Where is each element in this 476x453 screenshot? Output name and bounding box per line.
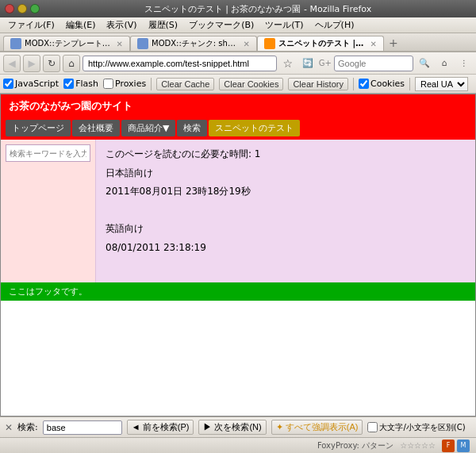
maximize-window-button[interactable] (30, 4, 40, 13)
tabbar: MODX::テンプレート: mytpl ✕ MODX::チャンク: showda… (0, 33, 476, 52)
flash-toggle[interactable]: Flash (63, 79, 98, 89)
site-nav-search[interactable]: 検索 (177, 120, 207, 136)
titlebar: スニペットのテスト | お茶のなかみつ園 - Mozilla Firefox (0, 0, 476, 17)
tab-close-2[interactable]: ✕ (244, 40, 250, 48)
minimize-window-button[interactable] (17, 4, 27, 13)
menu-tools[interactable]: ツール(T) (260, 17, 308, 33)
home-button[interactable]: ⌂ (63, 55, 80, 72)
new-tab-button[interactable]: + (384, 35, 403, 51)
clear-cache-button[interactable]: Clear Cache (156, 78, 214, 90)
javascript-checkbox[interactable] (3, 79, 13, 89)
find-prev-button[interactable]: ◄ 前を検索(P) (127, 420, 194, 435)
site-content: このページを読むのに必要な時間: 1 日本語向け 2011年08月01日 23時… (96, 140, 475, 282)
google-label: G+ (319, 59, 332, 67)
window-controls (5, 4, 40, 13)
site-nav-products[interactable]: 商品紹介▼ (121, 120, 175, 136)
find-case-checkbox[interactable] (367, 422, 378, 432)
statusbar: FoxyProxy: パターン ☆☆☆☆☆ F M (0, 437, 476, 453)
addon-toolbar: JavaScript Flash Proxies Clear Cache Cle… (0, 75, 476, 94)
proxies-checkbox[interactable] (103, 79, 113, 89)
find-next-button[interactable]: ▶ 次を検索(N) (198, 420, 266, 435)
browser-content: お茶のながみつ園のサイト トップページ 会社概要 商品紹介▼ 検索 スニペットの… (0, 94, 476, 417)
addon-icon[interactable]: ⌂ (436, 55, 453, 72)
site-nav-snippet[interactable]: スニペットのテスト (209, 120, 300, 136)
tab-title-1: MODX::テンプレート: mytpl (25, 38, 112, 49)
findbar-close-button[interactable]: ✕ (5, 422, 13, 433)
menu-bookmarks[interactable]: ブックマーク(B) (184, 17, 259, 33)
menu-view[interactable]: 表示(V) (102, 17, 141, 33)
tab-favicon-2 (137, 38, 148, 49)
menu-help[interactable]: ヘルプ(H) (310, 17, 359, 33)
findbar-label: 検索: (17, 421, 38, 433)
menubar: ファイル(F) 編集(E) 表示(V) 履歴(S) ブックマーク(B) ツール(… (0, 17, 476, 33)
content-line-4 (106, 202, 466, 220)
content-line-2: 日本語向け (106, 165, 466, 182)
close-window-button[interactable] (5, 4, 14, 13)
tab-title-2: MODX::チャンク: showdate_ja (152, 38, 239, 49)
clear-history-button[interactable]: Clear History (288, 78, 348, 90)
search-icon[interactable]: 🔍 (416, 55, 433, 72)
content-line-6: 08/01/2011 23:18:19 (106, 240, 466, 257)
menu-history[interactable]: 履歴(S) (144, 17, 183, 33)
addon-icon-1: F (442, 440, 455, 452)
tab-1[interactable]: MODX::テンプレート: mytpl ✕ (3, 36, 130, 51)
site-nav-about[interactable]: 会社概要 (72, 120, 120, 136)
toolbar-separator-3 (409, 78, 410, 90)
tab-title-3: スニペットのテスト | お茶のな... (278, 38, 366, 49)
site-nav-top[interactable]: トップページ (6, 120, 71, 136)
flash-label: Flash (75, 79, 98, 89)
url-input[interactable] (83, 56, 277, 71)
tab-close-1[interactable]: ✕ (117, 40, 123, 48)
browser-window: お茶のながみつ園のサイト トップページ 会社概要 商品紹介▼ 検索 スニペットの… (0, 94, 476, 417)
find-highlight-button[interactable]: ✦ すべて強調表示(A) (271, 420, 363, 435)
stars-label: ☆☆☆☆☆ (400, 441, 436, 450)
cookies-label: Cookies (370, 79, 405, 89)
site-footer: ここはフッタです。 (1, 282, 475, 301)
toolbar-separator-2 (353, 78, 354, 90)
search-input[interactable] (334, 56, 413, 71)
addon-icons: F M (442, 440, 470, 452)
menu-edit[interactable]: 編集(E) (61, 17, 101, 33)
site-main: このページを読むのに必要な時間: 1 日本語向け 2011年08月01日 23時… (1, 140, 475, 282)
menu-file[interactable]: ファイル(F) (3, 17, 60, 33)
find-case-toggle[interactable]: 大文字/小文字を区別(C) (367, 422, 465, 433)
proxies-label: Proxies (115, 79, 146, 89)
navbar: ◀ ▶ ↻ ⌂ ☆ 🔄 G+ 🔍 ⌂ ⋮ (0, 52, 476, 75)
find-case-label: 大文字/小文字を区別(C) (379, 422, 465, 433)
refresh-icon[interactable]: 🔄 (299, 55, 317, 72)
tab-3[interactable]: スニペットのテスト | お茶のな... ✕ (257, 36, 384, 51)
cookies-checkbox[interactable] (359, 79, 369, 89)
nav-right: ☆ 🔄 G+ 🔍 ⌂ ⋮ (279, 55, 473, 72)
tab-favicon-3 (264, 38, 275, 49)
resize-icon[interactable]: ⋮ (455, 55, 473, 72)
javascript-toggle[interactable]: JavaScript (3, 79, 59, 89)
site-nav: トップページ 会社概要 商品紹介▼ 検索 スニペットのテスト (1, 118, 475, 140)
tab-2[interactable]: MODX::チャンク: showdate_ja ✕ (130, 36, 257, 51)
proxies-toggle[interactable]: Proxies (103, 79, 146, 89)
content-line-1: このページを読むのに必要な時間: 1 (106, 146, 466, 163)
back-button[interactable]: ◀ (3, 55, 21, 72)
cookies-toggle[interactable]: Cookies (359, 79, 405, 89)
findbar: ✕ 検索: ◄ 前を検索(P) ▶ 次を検索(N) ✦ すべて強調表示(A) 大… (0, 417, 476, 437)
realua-select[interactable]: Real UA (415, 77, 468, 91)
forward-button[interactable]: ▶ (23, 55, 40, 72)
clear-cookies-button[interactable]: Clear Cookies (219, 78, 283, 90)
toolbar-separator-1 (151, 78, 152, 90)
main-area: お茶のながみつ園のサイト トップページ 会社概要 商品紹介▼ 検索 スニペットの… (0, 94, 476, 453)
bookmark-star-icon[interactable]: ☆ (279, 55, 297, 72)
site-header: お茶のながみつ園のサイト (1, 94, 475, 118)
window-title: スニペットのテスト | お茶のなかみつ園 - Mozilla Firefox (44, 3, 471, 15)
findbar-input[interactable] (43, 420, 122, 435)
addon-icon-2: M (457, 440, 470, 452)
javascript-label: JavaScript (15, 79, 59, 89)
tab-favicon-1 (10, 38, 21, 49)
realua-container: Real UA (415, 77, 468, 91)
tab-close-3[interactable]: ✕ (370, 40, 377, 48)
reload-button[interactable]: ↻ (43, 55, 60, 72)
flash-checkbox[interactable] (63, 79, 74, 89)
site-search-input[interactable] (6, 144, 90, 162)
foxyproxy-label: FoxyProxy: パターン (317, 440, 393, 451)
content-line-3: 2011年08月01日 23時18分19秒 (106, 183, 466, 201)
content-line-5: 英語向け (106, 221, 466, 238)
site-sidebar (1, 140, 96, 282)
